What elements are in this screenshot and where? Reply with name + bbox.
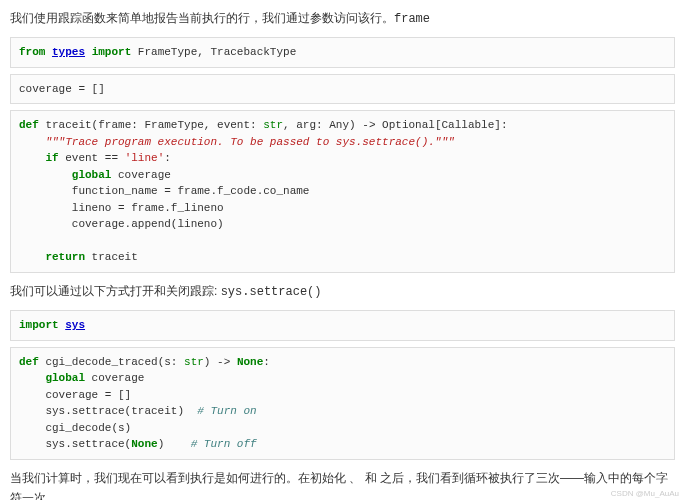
- code-block-coverage-init: coverage = []: [10, 74, 675, 105]
- fn-sig-3: cgi_decode_traced(s:: [39, 356, 184, 368]
- kw-def-2: def: [19, 356, 39, 368]
- glob-rest-2: coverage: [85, 372, 144, 384]
- type-str: str: [263, 119, 283, 131]
- kw-global: global: [19, 169, 111, 181]
- return-val: traceit: [85, 251, 138, 263]
- fn-sig-1: traceit(frame: FrameType, event:: [39, 119, 263, 131]
- kw-def: def: [19, 119, 39, 131]
- str-line: 'line': [125, 152, 165, 164]
- kw-import: import: [92, 46, 132, 58]
- para2-code: sys.settrace(): [221, 285, 322, 299]
- watermark: CSDN @Mu_AuAu: [611, 489, 679, 498]
- code-block-import-sys: import sys: [10, 310, 675, 341]
- colon: :: [164, 152, 171, 164]
- code-block-traceit: def traceit(frame: FrameType, event: str…: [10, 110, 675, 273]
- comment-on: # Turn on: [197, 405, 256, 417]
- module-types[interactable]: types: [52, 46, 85, 58]
- import-names: FrameType, TracebackType: [131, 46, 296, 58]
- arrow: ) ->: [204, 356, 237, 368]
- cov-reset: coverage = []: [19, 389, 131, 401]
- para-2: 我们可以通过以下方式打开和关闭跟踪: sys.settrace(): [10, 281, 675, 302]
- line-lineno: lineno = frame.f_lineno: [19, 202, 224, 214]
- para1-code: frame: [394, 12, 430, 26]
- colon-2: :: [263, 356, 270, 368]
- settrace-off-a: sys.settrace(: [19, 438, 131, 450]
- if-mid: event ==: [59, 152, 125, 164]
- kw-if: if: [19, 152, 59, 164]
- coverage-init: coverage = []: [19, 83, 105, 95]
- para2-text: 我们可以通过以下方式打开和关闭跟踪:: [10, 284, 221, 298]
- module-sys[interactable]: sys: [65, 319, 85, 331]
- fn-sig-2: , arg: Any) -> Optional[Callable]:: [283, 119, 507, 131]
- code-block-traced: def cgi_decode_traced(s: str) -> None: g…: [10, 347, 675, 460]
- settrace-off-b: ): [158, 438, 191, 450]
- none-2: None: [131, 438, 157, 450]
- kw-from: from: [19, 46, 45, 58]
- call-decode: cgi_decode(s): [19, 422, 131, 434]
- intro-paragraph-1: 我们使用跟踪函数来简单地报告当前执行的行，我们通过参数访问该行。frame: [10, 8, 675, 29]
- docstring: """Trace program execution. To be passed…: [19, 136, 455, 148]
- line-append: coverage.append(lineno): [19, 218, 224, 230]
- type-str-2: str: [184, 356, 204, 368]
- code-block-imports: from types import FrameType, TracebackTy…: [10, 37, 675, 68]
- kw-return: return: [19, 251, 85, 263]
- para-3: 当我们计算时，我们现在可以看到执行是如何进行的。在初始化 、 和 之后，我们看到…: [10, 468, 675, 500]
- para3-text: 当我们计算时，我们现在可以看到执行是如何进行的。在初始化 、 和 之后，我们看到…: [10, 471, 668, 500]
- none-1: None: [237, 356, 263, 368]
- glob-rest: coverage: [111, 169, 170, 181]
- settrace-on: sys.settrace(traceit): [19, 405, 197, 417]
- para1-text: 我们使用跟踪函数来简单地报告当前执行的行，我们通过参数访问该行。: [10, 11, 394, 25]
- kw-global-2: global: [19, 372, 85, 384]
- kw-import-2: import: [19, 319, 59, 331]
- line-fn-name: function_name = frame.f_code.co_name: [19, 185, 309, 197]
- comment-off: # Turn off: [191, 438, 257, 450]
